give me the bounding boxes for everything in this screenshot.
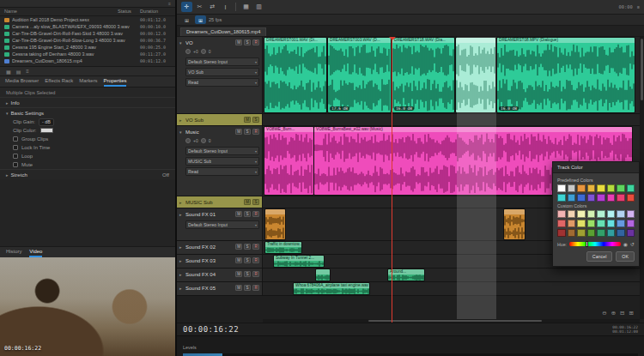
tab-video[interactable]: Video bbox=[29, 249, 42, 257]
color-swatch[interactable] bbox=[627, 194, 635, 202]
color-swatch[interactable] bbox=[627, 229, 635, 237]
playhead[interactable] bbox=[392, 37, 392, 323]
color-swatch[interactable] bbox=[587, 220, 596, 227]
audio-clip[interactable]: DREAMERST001.WAV (Di... bbox=[264, 38, 326, 112]
tab-properties[interactable]: Properties bbox=[104, 78, 127, 87]
output-select[interactable]: VO Sub ▾ bbox=[185, 68, 259, 76]
sfx-clip[interactable]: Subway In Tunnel 2... bbox=[274, 256, 324, 267]
tab-markers[interactable]: Markers bbox=[79, 78, 97, 87]
color-swatch[interactable] bbox=[557, 194, 566, 202]
color-swatch[interactable] bbox=[577, 229, 586, 237]
track-lane[interactable]: DREAMERST001.WAV (Di... DREAMERST003.WAV… bbox=[263, 37, 644, 113]
chevron-right-icon[interactable]: ▸ bbox=[179, 212, 184, 217]
audio-clip-selected[interactable] bbox=[456, 38, 495, 112]
ok-button[interactable]: OK bbox=[616, 251, 635, 262]
track-name[interactable]: Sound FX 05 bbox=[185, 286, 234, 291]
hue-slider[interactable] bbox=[569, 242, 621, 246]
track-name[interactable]: VO Sub bbox=[185, 118, 242, 123]
input-select[interactable]: Default Stereo Input ▾ bbox=[185, 220, 259, 229]
playhead-handle[interactable] bbox=[389, 37, 396, 44]
column-status[interactable]: Status bbox=[118, 9, 140, 14]
color-swatch[interactable] bbox=[557, 210, 566, 218]
file-row[interactable]: Audition Fall 2018 Demo Project.sesx 00:… bbox=[0, 16, 175, 23]
color-swatch[interactable] bbox=[617, 210, 625, 218]
color-swatch[interactable] bbox=[627, 220, 635, 227]
track-name[interactable]: Sound FX 01 bbox=[185, 212, 234, 217]
group-clips-checkbox[interactable] bbox=[13, 136, 18, 142]
color-swatch[interactable] bbox=[568, 210, 576, 218]
clip-gain-input[interactable]: - dB bbox=[39, 118, 54, 126]
tab-effects-rack[interactable]: Effects Rack bbox=[45, 78, 73, 87]
audio-clip[interactable]: DREAMERST18.WAV (Dia... 16.0 dB bbox=[392, 38, 454, 112]
color-swatch[interactable] bbox=[587, 184, 596, 192]
scrollbar-thumb[interactable] bbox=[641, 39, 643, 100]
color-swatch[interactable] bbox=[617, 184, 625, 192]
cancel-button[interactable]: Cancel bbox=[586, 251, 613, 262]
time-selection-tool-icon[interactable]: I bbox=[220, 2, 231, 12]
color-swatch[interactable] bbox=[587, 194, 596, 202]
track-name[interactable]: MUSIC Sub bbox=[185, 200, 242, 205]
color-swatch[interactable] bbox=[568, 184, 576, 192]
chevron-right-icon[interactable]: ▸ bbox=[179, 200, 184, 205]
mute-button[interactable]: M bbox=[235, 285, 242, 291]
color-swatch[interactable] bbox=[607, 210, 616, 218]
color-swatch[interactable] bbox=[607, 194, 616, 202]
color-swatch[interactable] bbox=[597, 220, 605, 227]
eyedropper-icon[interactable]: ◉ bbox=[623, 241, 628, 247]
track-name[interactable]: Music bbox=[185, 130, 234, 135]
slip-tool-icon[interactable]: ⇄ bbox=[207, 2, 218, 12]
arm-button[interactable]: R bbox=[252, 257, 259, 263]
input-select[interactable]: Default Stereo Input ▾ bbox=[185, 57, 259, 66]
info-section-header[interactable]: ▸ Info bbox=[0, 97, 175, 107]
volume-knob[interactable] bbox=[185, 138, 191, 143]
file-row[interactable]: Car-Tire-DB-Gravel-Dirt-Roll-Fast-Skid 3… bbox=[0, 30, 175, 37]
color-swatch[interactable] bbox=[577, 194, 586, 202]
sfx-clip[interactable] bbox=[265, 209, 285, 239]
solo-button[interactable]: S bbox=[244, 129, 251, 135]
color-swatch[interactable] bbox=[557, 184, 566, 192]
snap-toggle-icon[interactable]: ⊞ bbox=[195, 15, 206, 24]
loop-checkbox[interactable] bbox=[13, 154, 18, 159]
track-lane[interactable]: Around... bbox=[263, 269, 644, 281]
audio-clip[interactable]: DREAMERST08.MPV (Dialogue) 16.0 dB bbox=[497, 38, 635, 112]
solo-button[interactable]: S bbox=[244, 257, 251, 263]
color-swatch[interactable] bbox=[568, 229, 576, 237]
clip-color-swatch[interactable] bbox=[40, 128, 53, 133]
hue-slider-thumb[interactable] bbox=[586, 241, 588, 247]
chevron-down-icon[interactable]: ▾ bbox=[179, 40, 184, 45]
track-name[interactable]: Sound FX 02 bbox=[185, 244, 234, 250]
solo-button[interactable]: S bbox=[244, 271, 251, 277]
color-swatch[interactable] bbox=[617, 229, 625, 237]
arm-button[interactable]: R bbox=[252, 244, 259, 250]
reset-icon[interactable]: ↺ bbox=[630, 241, 635, 247]
pan-knob[interactable] bbox=[201, 49, 206, 54]
output-select[interactable]: MUSIC Sub ▾ bbox=[185, 157, 259, 166]
arm-button[interactable]: R bbox=[252, 129, 259, 135]
tab-history[interactable]: History bbox=[6, 249, 21, 257]
color-swatch[interactable] bbox=[607, 220, 616, 227]
session-file-tab[interactable]: Dreamers_CutDown_180615.mp4 bbox=[180, 27, 266, 36]
list-view-icon[interactable]: ▤ bbox=[16, 69, 21, 75]
sfx-clip[interactable]: Traffic in downtow... bbox=[265, 242, 301, 253]
solo-button[interactable]: S bbox=[244, 211, 251, 217]
panel-menu-icon[interactable]: ≡ bbox=[637, 4, 640, 9]
color-swatch[interactable] bbox=[568, 220, 576, 227]
solo-button[interactable]: S bbox=[244, 244, 251, 250]
input-select[interactable]: Default Stereo Input ▾ bbox=[185, 147, 259, 155]
volume-knob[interactable] bbox=[185, 49, 191, 54]
mute-button[interactable]: M bbox=[235, 39, 242, 45]
grid-view-icon[interactable]: ▦ bbox=[240, 2, 252, 12]
mute-button[interactable]: M bbox=[235, 211, 242, 217]
zoom-in-horizontal-icon[interactable]: ⊞ bbox=[629, 310, 634, 317]
color-swatch[interactable] bbox=[617, 220, 625, 227]
color-swatch[interactable] bbox=[577, 210, 586, 218]
levels-label[interactable]: Levels bbox=[183, 345, 197, 350]
panel-menu-icon[interactable]: ≡ bbox=[26, 69, 29, 74]
horizontal-scrollbar[interactable] bbox=[263, 319, 640, 323]
sfx-clip[interactable] bbox=[316, 269, 330, 281]
solo-button[interactable]: S bbox=[244, 285, 251, 291]
mute-button[interactable]: M bbox=[235, 271, 242, 277]
track-name[interactable]: VO bbox=[185, 40, 234, 45]
grid-view-icon[interactable]: ▦ bbox=[6, 69, 11, 75]
automation-mode-select[interactable]: Read ▾ bbox=[185, 167, 259, 176]
